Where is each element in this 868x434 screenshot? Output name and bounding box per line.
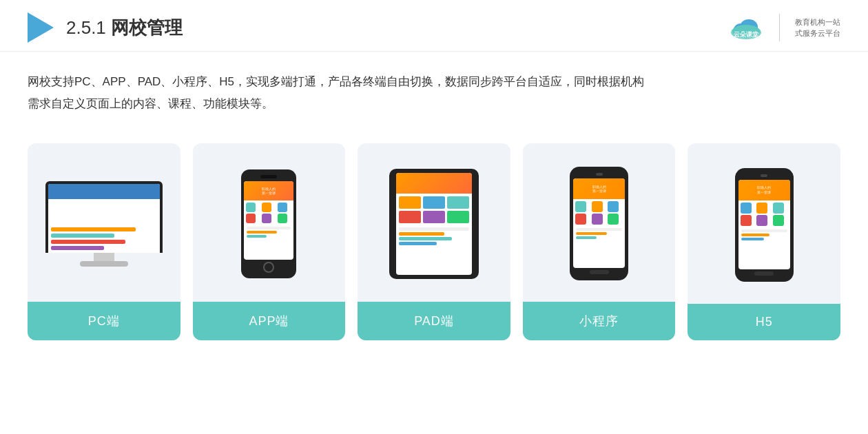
pc-mockup xyxy=(45,181,163,267)
card-app-image: 职场人的第一堂课 xyxy=(193,143,346,302)
card-miniprogram: 职场人的第一堂课 xyxy=(523,143,676,340)
brand-logo: 云朵课堂 教育机构一站 式服务云平台 xyxy=(728,13,840,42)
card-miniprogram-label: 小程序 xyxy=(523,302,676,340)
brand-triangle-icon xyxy=(28,12,54,43)
mini-phone-mockup-mp: 职场人的第一堂课 xyxy=(570,167,628,280)
cards-section: PC端 职场人的第一堂课 xyxy=(0,130,868,354)
card-h5-label: H5 xyxy=(688,304,840,340)
card-pc-label: PC端 xyxy=(28,302,180,340)
card-app: 职场人的第一堂课 xyxy=(193,143,346,340)
card-pad-label: PAD端 xyxy=(358,302,510,340)
card-pc: PC端 xyxy=(28,143,180,340)
brand-cloud-icon: 云朵课堂 xyxy=(728,13,764,42)
brand-slogan-line1: 教育机构一站 xyxy=(795,17,840,28)
card-pad-image xyxy=(358,143,510,302)
page-title: 2.5.1 网校管理 xyxy=(66,16,183,40)
card-pad: PAD端 xyxy=(358,143,510,340)
brand-text-block: 教育机构一站 式服务云平台 xyxy=(795,17,840,39)
description-line1: 网校支持PC、APP、PAD、小程序、H5，实现多端打通，产品各终端自由切换，数… xyxy=(28,71,840,93)
phone-mockup-app: 职场人的第一堂课 xyxy=(241,169,296,278)
description-line2: 需求自定义页面上的内容、课程、功能模块等。 xyxy=(28,93,840,115)
description-block: 网校支持PC、APP、PAD、小程序、H5，实现多端打通，产品各终端自由切换，数… xyxy=(0,52,868,123)
brand-slogan-line2: 式服务云平台 xyxy=(795,28,840,39)
card-pc-image xyxy=(28,143,180,302)
section-number: 2.5.1 xyxy=(66,17,106,38)
page-header: 2.5.1 网校管理 云朵课堂 教育机构一站 式服务云平台 xyxy=(0,0,868,52)
title-text: 网校管理 xyxy=(111,17,183,38)
card-h5-image: 职场人的第一堂课 xyxy=(688,143,840,304)
svg-text:云朵课堂: 云朵课堂 xyxy=(734,31,759,38)
card-miniprogram-image: 职场人的第一堂课 xyxy=(523,143,676,302)
brand-divider xyxy=(779,14,780,41)
card-app-label: APP端 xyxy=(193,302,346,340)
pad-mockup xyxy=(389,169,479,279)
mini-phone-mockup-h5: 职场人的第一堂课 xyxy=(735,168,794,282)
card-h5: 职场人的第一堂课 xyxy=(688,143,840,340)
